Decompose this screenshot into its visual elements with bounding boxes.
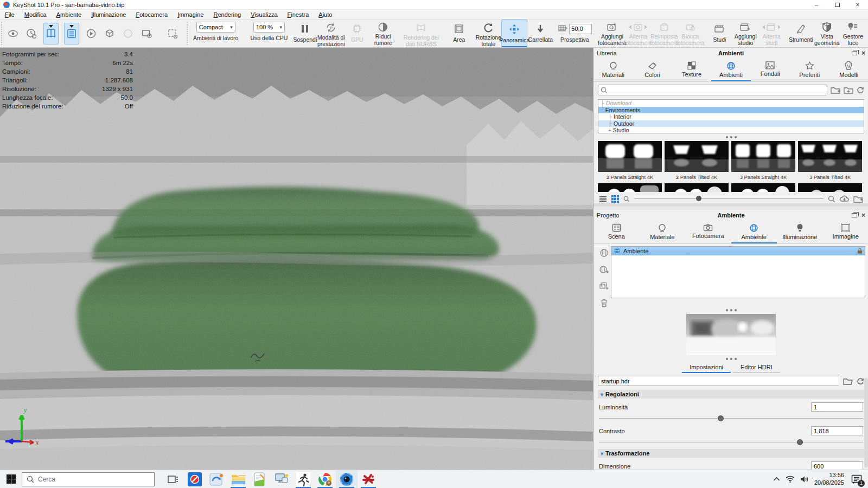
delete-environment-icon[interactable]: [600, 298, 608, 307]
render-viewport[interactable]: y x Fotogrammi per sec:3.4 Tempo:6m 22s …: [0, 48, 593, 470]
area-button[interactable]: Area: [446, 20, 472, 47]
render-queue-icon[interactable]: [140, 27, 153, 40]
tab-immagine[interactable]: Immagine: [823, 220, 868, 243]
brightness-slider[interactable]: [599, 415, 863, 422]
toolbar-grip[interactable]: [1, 22, 2, 45]
menu-file[interactable]: File: [0, 11, 20, 18]
menu-modifica[interactable]: Modifica: [20, 11, 52, 18]
reload-icon[interactable]: [857, 377, 864, 385]
library-search-input[interactable]: [608, 87, 825, 93]
menu-illuminazione[interactable]: Illuminazione: [86, 11, 131, 18]
thumbnail-3-panels-tilted[interactable]: 3 Panels Tilted 4K: [798, 141, 862, 180]
tools-button[interactable]: Strumenti: [788, 20, 814, 47]
tab-modelli[interactable]: Modelli: [829, 58, 868, 81]
app-media-player[interactable]: [184, 470, 206, 488]
pan-button[interactable]: Panoramica: [501, 20, 527, 47]
app-keyshot[interactable]: [336, 470, 358, 488]
workspace-dropdown[interactable]: Compact ▾: [196, 22, 235, 33]
refresh-icon[interactable]: [857, 86, 864, 94]
tree-item-interior[interactable]: ├Interior: [598, 113, 864, 120]
environment-icon[interactable]: [599, 248, 609, 258]
tree-item-environments[interactable]: −Environments: [598, 107, 864, 114]
hdri-preview[interactable]: [593, 313, 868, 356]
splitter-handle[interactable]: [593, 356, 868, 362]
tumble-button[interactable]: Rotazione totale: [475, 20, 501, 47]
thumbnail-row-partial[interactable]: [593, 180, 868, 192]
cpu-usage-icon[interactable]: [25, 27, 38, 40]
section-regolazioni[interactable]: ▾ Regolazioni: [598, 390, 864, 399]
cloud-download-icon[interactable]: [840, 195, 849, 203]
minimize-button[interactable]: –: [806, 0, 827, 10]
add-folder-icon[interactable]: [831, 86, 840, 94]
contrast-input[interactable]: [811, 426, 863, 435]
splitter-handle[interactable]: [593, 307, 868, 313]
close-icon[interactable]: ×: [861, 213, 865, 217]
menu-finestra[interactable]: Finestra: [283, 11, 314, 18]
add-environment-icon[interactable]: [599, 265, 609, 274]
app-sketchup[interactable]: [292, 470, 314, 488]
tab-materiale[interactable]: Materiale: [640, 220, 686, 243]
project-scrollbar[interactable]: [864, 378, 868, 467]
tab-ambienti[interactable]: Ambienti: [711, 58, 750, 81]
contrast-slider[interactable]: [599, 439, 863, 446]
open-folder-icon[interactable]: [853, 195, 863, 203]
taskbar-clock[interactable]: 13:56 20/08/2025: [814, 472, 844, 487]
tab-colori[interactable]: Colori: [633, 58, 672, 81]
duplicate-environment-icon[interactable]: [599, 282, 609, 291]
tab-ambiente[interactable]: Ambiente: [731, 220, 777, 243]
menu-visualizza[interactable]: Visualizza: [246, 11, 282, 18]
app-red-tool[interactable]: [358, 470, 379, 488]
tab-fotocamera[interactable]: Fotocamera: [685, 220, 731, 243]
task-view-button[interactable]: [162, 470, 184, 488]
region-render-icon[interactable]: [166, 27, 179, 40]
tree-item-studio[interactable]: +Studio: [598, 127, 864, 133]
maximize-button[interactable]: [827, 0, 847, 10]
menu-immagine[interactable]: Immagine: [173, 11, 208, 18]
cpu-dropdown[interactable]: 100 % ▾: [253, 22, 285, 33]
denoise-button[interactable]: Riduci rumore: [370, 20, 396, 47]
app-photo-viewer[interactable]: [206, 470, 227, 488]
taskbar-search-input[interactable]: [38, 476, 150, 483]
grid-view-icon[interactable]: [611, 195, 619, 203]
geometry-view-button[interactable]: Vista geometria: [814, 20, 840, 47]
thumbnail-zoom-slider[interactable]: [634, 198, 824, 199]
menu-rendering[interactable]: Rendering: [208, 11, 246, 18]
add-camera-button[interactable]: Aggiungi fotocamera: [599, 20, 625, 47]
library-toggle[interactable]: [43, 23, 59, 44]
menu-ambiente[interactable]: Ambiente: [52, 11, 86, 18]
render-options-icon[interactable]: [7, 27, 20, 40]
thumbnail-2-panels-tilted[interactable]: 2 Panels Tilted 4K: [665, 141, 729, 180]
perspective-value-input[interactable]: [569, 24, 592, 34]
tab-texture[interactable]: Texture: [672, 58, 711, 81]
zoom-in-icon[interactable]: [828, 195, 835, 203]
app-remote-install[interactable]: [271, 470, 292, 488]
app-chrome[interactable]: [314, 470, 336, 488]
browse-folder-icon[interactable]: [843, 377, 853, 385]
zoom-out-icon[interactable]: [623, 196, 630, 202]
volume-icon[interactable]: [800, 476, 809, 483]
subtab-impostazioni[interactable]: Impostazioni: [682, 363, 731, 373]
section-trasformazione[interactable]: ▾ Trasformazione: [598, 449, 864, 458]
list-view-icon[interactable]: [599, 196, 607, 202]
tab-materiali[interactable]: Materiali: [593, 58, 633, 81]
configurator-icon[interactable]: [103, 27, 116, 40]
wifi-icon[interactable]: [786, 476, 795, 483]
app-file-explorer[interactable]: [227, 470, 249, 488]
environment-list-item[interactable]: Ambiente: [611, 247, 865, 255]
tree-item-download[interactable]: ├Download: [598, 100, 864, 107]
undock-icon[interactable]: [852, 51, 857, 55]
animation-icon[interactable]: [85, 27, 98, 40]
studios-button[interactable]: Studi: [706, 20, 732, 47]
tab-scena[interactable]: Scena: [593, 220, 640, 243]
thumbnail-2-panels-straight[interactable]: 2 Panels Straight 4K: [598, 141, 662, 180]
undock-icon[interactable]: [852, 213, 857, 217]
splitter-handle[interactable]: [593, 134, 868, 140]
library-search[interactable]: [598, 85, 827, 95]
tab-fondali[interactable]: Fondali: [751, 58, 790, 81]
close-button[interactable]: ×: [847, 0, 868, 10]
tab-illuminazione[interactable]: Illuminazione: [777, 220, 823, 243]
project-toggle[interactable]: [64, 23, 79, 44]
import-folder-icon[interactable]: [844, 86, 853, 94]
pause-button[interactable]: Sospendi: [292, 20, 318, 47]
thumbnail-3-panels-straight[interactable]: 3 Panels Straight 4K: [731, 141, 795, 180]
